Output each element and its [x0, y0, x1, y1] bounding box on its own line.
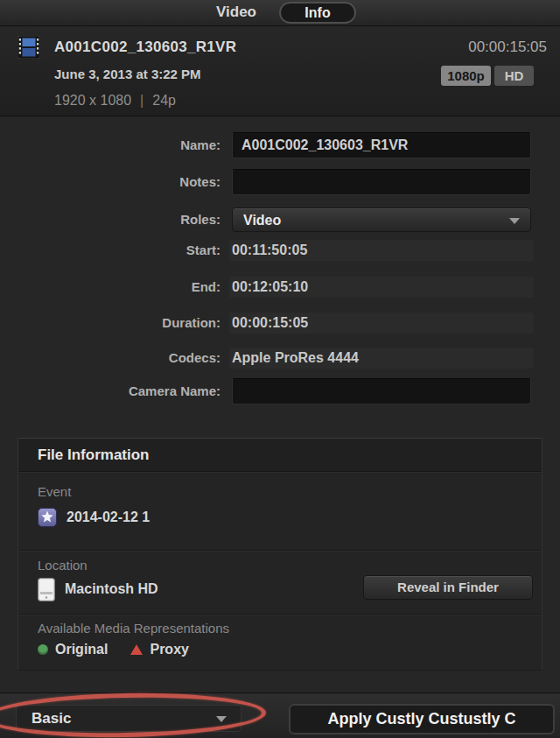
roles-row: Roles: Video — [0, 207, 560, 234]
event-row[interactable]: 2014-02-12 1 — [38, 507, 150, 528]
camera-name-label: Camera Name: — [0, 378, 220, 404]
original-available-icon — [38, 644, 48, 655]
resolution-badge: 1080p — [441, 66, 491, 86]
clip-framerate: 24p — [152, 93, 176, 108]
location-row[interactable]: Macintosh HD — [38, 577, 158, 601]
tab-bar: Video Info — [0, 0, 560, 26]
clip-header: A001C002_130603_R1VR 00:00:15:05 June 3,… — [0, 27, 560, 116]
roles-dropdown[interactable]: Video — [232, 207, 531, 232]
clip-duration-timecode: 00:00:15:05 — [468, 39, 547, 56]
clip-resolution-line: 1920 x 1080|24p — [54, 93, 176, 109]
camera-name-input[interactable] — [232, 378, 531, 404]
filmstrip-icon — [18, 36, 40, 59]
name-row: Name: — [0, 132, 560, 158]
duration-row: Duration: 00:00:15:05 — [0, 310, 560, 336]
view-selector-dropdown[interactable]: Basic — [16, 705, 242, 732]
end-row: End: 00:12:05:10 — [0, 274, 560, 300]
duration-value: 00:00:15:05 — [232, 310, 308, 336]
location-label: Location — [38, 558, 88, 573]
codecs-value: Apple ProRes 4444 — [232, 345, 359, 371]
tab-video[interactable]: Video — [216, 4, 256, 21]
start-row: Start: 00:11:50:05 — [0, 237, 560, 264]
chevron-down-icon — [216, 716, 227, 722]
name-label: Name: — [0, 132, 220, 158]
divider — [18, 550, 542, 551]
event-star-icon — [38, 508, 57, 527]
reveal-in-finder-button[interactable]: Reveal in Finder — [363, 575, 533, 600]
start-value: 00:11:50:05 — [232, 237, 307, 264]
view-selector-value: Basic — [32, 710, 71, 727]
notes-row: Notes: — [0, 169, 560, 195]
media-representations-row: Original Proxy — [38, 640, 189, 659]
start-label: Start: — [0, 237, 220, 264]
camera-name-row: Camera Name: — [0, 378, 560, 404]
name-input[interactable] — [232, 132, 531, 158]
codecs-label: Codecs: — [0, 345, 220, 371]
event-label: Event — [38, 484, 71, 499]
apply-custom-button[interactable]: Apply Custly Custustly C — [289, 704, 555, 734]
clip-dimensions: 1920 x 1080 — [54, 93, 131, 108]
clip-date: June 3, 2013 at 3:22 PM — [54, 67, 201, 81]
file-information-title: File Information — [18, 439, 542, 472]
duration-label: Duration: — [0, 310, 220, 336]
format-badge: HD — [494, 66, 534, 86]
divider — [18, 614, 542, 615]
roles-label: Roles: — [0, 207, 220, 232]
notes-input[interactable] — [232, 169, 531, 195]
separator: | — [140, 93, 144, 108]
clip-title: A001C002_130603_R1VR — [54, 39, 236, 56]
event-value: 2014-02-12 1 — [66, 510, 150, 525]
roles-selected-value: Video — [243, 213, 281, 228]
inspector-footer-bar: Basic Apply Custly Custustly C — [0, 692, 560, 738]
location-value: Macintosh HD — [65, 581, 158, 597]
tab-info[interactable]: Info — [279, 2, 356, 24]
hard-disk-icon — [38, 578, 55, 601]
file-information-panel: File Information Event 2014-02-12 1 Loca… — [18, 438, 542, 671]
end-value: 00:12:05:10 — [232, 274, 308, 300]
codecs-row: Codecs: Apple ProRes 4444 — [0, 345, 560, 371]
info-inspector-panel: Video Info A001C002_130603_R1VR 00:00:15… — [0, 0, 560, 738]
available-media-label: Available Media Representations — [38, 621, 229, 636]
notes-label: Notes: — [0, 169, 220, 195]
chevron-down-icon — [509, 218, 520, 224]
original-label: Original — [55, 642, 108, 657]
proxy-label: Proxy — [150, 642, 188, 657]
proxy-missing-icon — [130, 644, 143, 655]
end-label: End: — [0, 274, 220, 300]
